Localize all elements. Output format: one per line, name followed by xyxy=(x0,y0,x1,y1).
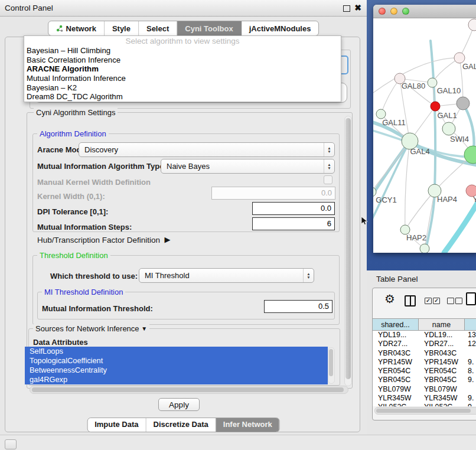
table-row[interactable]: YIL052CYIL052C9 xyxy=(373,403,476,406)
bottom-tab-discretize-data[interactable]: Discretize Data xyxy=(146,418,216,432)
document-icon[interactable] xyxy=(466,292,476,305)
table-cell: YBL079W xyxy=(373,385,419,394)
tab-style[interactable]: Style xyxy=(105,21,139,35)
scrollbar-thumb[interactable] xyxy=(32,387,344,392)
network-icon xyxy=(56,25,63,32)
dpi-tolerance-field[interactable]: 0.0 xyxy=(252,202,335,215)
collapsed-panel-button[interactable] xyxy=(5,439,17,449)
algorithm-option-dream8-dc-tdc-algorithm[interactable]: Dream8 DC_TDC Algorithm xyxy=(24,92,341,102)
column-header-2[interactable] xyxy=(465,319,476,330)
algorithm-option-aracne-algorithm[interactable]: ARACNE Algorithm xyxy=(24,64,341,74)
network-window-titlebar[interactable] xyxy=(373,5,476,18)
unlabeled-node[interactable] xyxy=(468,19,476,31)
apply-button[interactable]: Apply xyxy=(158,398,200,411)
table-row[interactable]: YBR043CYBR043C xyxy=(373,349,476,358)
unlabeled-node[interactable] xyxy=(431,102,440,111)
node-label-gal10: GAL10 xyxy=(437,86,461,95)
stepper-icon: ▲▼ xyxy=(324,143,334,156)
table-body: YDL19...YDL19...13YDR27...YDR27...12YBR0… xyxy=(373,331,476,406)
column-header-shared[interactable]: shared... xyxy=(373,319,419,330)
algorithm-option-mutual-information-inference[interactable]: Mutual Information Inference xyxy=(24,74,341,83)
split-columns-icon[interactable] xyxy=(405,295,416,306)
mi-threshold-label: Mutual Information Threshold: xyxy=(42,304,153,313)
gear-icon[interactable]: ⚙ xyxy=(384,292,395,305)
hub-definition-toggle[interactable]: Hub/Transcription Factor Definition ▶ xyxy=(37,236,170,244)
attribute-option-betweennesscentrality[interactable]: BetweennessCentrality xyxy=(25,366,328,375)
which-threshold-combo[interactable]: MI Threshold ▲▼ xyxy=(139,268,314,283)
table-cell: YER054C xyxy=(419,367,465,376)
table-row[interactable]: YDR27...YDR27...12 xyxy=(373,340,476,348)
scrollbar-thumb[interactable] xyxy=(376,409,471,413)
tab-jactivemnodules[interactable]: jActiveMNodules xyxy=(242,21,319,35)
algorithm-option-bayesian-hill-climbing[interactable]: Bayesian – Hill Climbing xyxy=(24,46,341,56)
settings-horizontal-scrollbar[interactable] xyxy=(30,386,348,394)
minimize-traffic-light[interactable] xyxy=(390,8,397,15)
close-traffic-light[interactable] xyxy=(379,8,386,15)
unlabeled-node[interactable] xyxy=(454,53,465,63)
algorithm-option-bayesian-k2[interactable]: Bayesian – K2 xyxy=(24,83,341,93)
mi-threshold-definition-legend: MI Threshold Definition xyxy=(42,288,125,296)
mi-threshold-field[interactable]: 0.5 xyxy=(264,300,332,313)
table-row[interactable]: YBR045CYBR045C9. xyxy=(373,376,476,384)
algorithm-list: Bayesian – Hill ClimbingBasic Correlatio… xyxy=(24,46,341,102)
table-row[interactable]: YBL079WYBL079W xyxy=(373,385,476,394)
node-label-gal80: GAL80 xyxy=(402,81,425,90)
tab-network[interactable]: Network xyxy=(48,21,105,35)
tab-cyni-toolbox[interactable]: Cyni Toolbox xyxy=(177,21,241,35)
table-cell: YBR045C xyxy=(419,376,465,384)
unchecked-checkbox-icon[interactable] xyxy=(447,298,454,304)
attribute-option-gal4rgexp[interactable]: gal4RGexp xyxy=(25,375,328,384)
checked-checkbox-icon[interactable]: ✓ xyxy=(433,298,440,304)
collapse-down-icon: ▼ xyxy=(141,325,147,332)
cyni-settings-legend: Cyni Algorithm Settings xyxy=(34,108,118,117)
which-threshold-label: Which threshold to use: xyxy=(50,272,138,281)
attribute-option-selfloops[interactable]: SelfLoops xyxy=(25,347,328,356)
unlabeled-node[interactable] xyxy=(420,244,429,253)
node-label-gal4: GAL4 xyxy=(410,147,429,156)
table-cell: 9. xyxy=(465,394,476,403)
gal11-node[interactable] xyxy=(376,109,386,119)
gal10-node[interactable] xyxy=(428,78,437,87)
table-cell: YBR043C xyxy=(373,349,419,358)
aracne-mode-combo[interactable]: Discovery ▲▼ xyxy=(79,142,335,157)
table-cell: YLR345W xyxy=(373,394,419,403)
table-row[interactable]: YPR145WYPR145W9. xyxy=(373,358,476,367)
attributes-scrollbar[interactable] xyxy=(328,347,335,384)
checked-checkbox-icon[interactable]: ✓ xyxy=(425,298,432,304)
algorithm-option-basic-correlation-inference[interactable]: Basic Correlation Inference xyxy=(24,56,341,65)
hub-definition-label: Hub/Transcription Factor Definition xyxy=(37,236,160,244)
kernel-width-field[interactable]: 0.0 xyxy=(211,187,335,200)
attribute-option-topologicalcoefficient[interactable]: TopologicalCoefficient xyxy=(25,356,328,366)
mi-algorithm-type-value: Naive Bayes xyxy=(167,162,210,171)
table-row[interactable]: YLR345WYLR345W9. xyxy=(373,394,476,403)
bottom-strip xyxy=(0,435,476,450)
table-row[interactable]: YER054CYER054C8. xyxy=(373,367,476,376)
mi-algorithm-type-combo[interactable]: Naive Bayes ▲▼ xyxy=(161,159,335,174)
table-cell: YLR345W xyxy=(419,394,465,403)
settings-vertical-scrollbar[interactable] xyxy=(344,116,352,386)
bottom-tab-impute-data[interactable]: Impute Data xyxy=(87,418,146,432)
manual-kernel-width-checkbox[interactable] xyxy=(324,175,332,184)
mi-steps-field[interactable]: 6 xyxy=(252,217,335,230)
unlabeled-node[interactable] xyxy=(457,97,470,110)
algorithm-dropdown-list: Select algorithm to view settings Bayesi… xyxy=(24,35,341,102)
network-canvas[interactable]: GAL80GAL10GAL1GAL11GAL4SWI4GALGCY1HAP4HA… xyxy=(373,18,476,253)
table-horizontal-scrollbar[interactable] xyxy=(374,407,476,415)
float-window-icon[interactable] xyxy=(343,5,350,12)
table-cell: YBR045C xyxy=(373,376,419,384)
scrollbar-thumb[interactable] xyxy=(329,349,333,376)
network-window[interactable]: GAL80GAL10GAL1GAL11GAL4SWI4GALGCY1HAP4HA… xyxy=(373,5,476,253)
algorithm-definition-legend: Algorithm Definition xyxy=(37,129,109,138)
bottom-tab-infer-network[interactable]: Infer Network xyxy=(216,418,279,432)
column-header-name[interactable]: name xyxy=(419,319,465,330)
close-icon[interactable]: ✖ xyxy=(354,3,361,12)
scrollbar-thumb[interactable] xyxy=(345,118,351,379)
gal1-node[interactable] xyxy=(442,122,455,135)
sources-legend[interactable]: Sources for Network Inference ▼ xyxy=(33,324,149,333)
tab-label: Style xyxy=(112,24,131,33)
threshold-definition-legend: Threshold Definition xyxy=(37,251,110,260)
unchecked-checkbox-icon[interactable] xyxy=(455,298,462,304)
tab-select[interactable]: Select xyxy=(139,21,177,35)
zoom-traffic-light[interactable] xyxy=(402,8,409,15)
table-row[interactable]: YDL19...YDL19...13 xyxy=(373,331,476,340)
